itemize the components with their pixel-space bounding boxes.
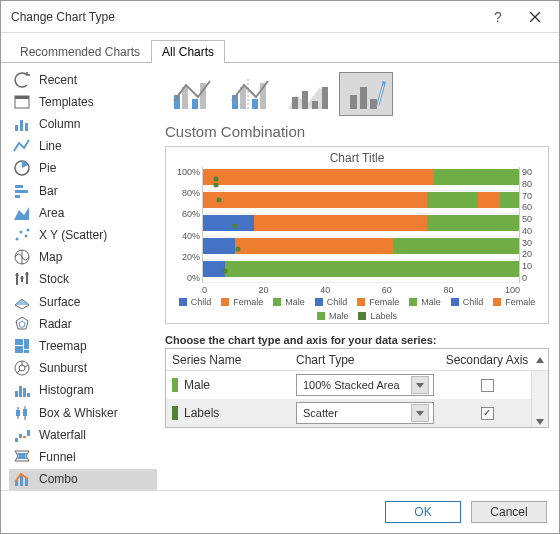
- svg-rect-45: [23, 409, 27, 416]
- category-icon: [13, 248, 31, 266]
- legend-item: Child: [179, 297, 212, 307]
- tab-all-charts[interactable]: All Charts: [151, 40, 225, 63]
- svg-rect-69: [350, 95, 357, 109]
- sidebar-item-area[interactable]: Area: [9, 202, 157, 223]
- category-icon: [13, 226, 31, 244]
- scrollbar[interactable]: [531, 371, 548, 427]
- sidebar-item-histogram[interactable]: Histogram: [9, 380, 157, 401]
- sidebar-item-templates[interactable]: Templates: [9, 91, 157, 112]
- svg-marker-73: [536, 357, 544, 363]
- sidebar-item-pie[interactable]: Pie: [9, 158, 157, 179]
- sidebar-item-label: Recent: [39, 73, 77, 87]
- sidebar-item-x-y-scatter-[interactable]: X Y (Scatter): [9, 224, 157, 245]
- svg-point-13: [16, 238, 19, 241]
- subtype-title: Custom Combination: [165, 123, 549, 140]
- sidebar-item-label: Surface: [39, 295, 80, 309]
- sidebar-item-label: Histogram: [39, 383, 94, 397]
- legend-item: Male: [273, 297, 305, 307]
- series-name: Labels: [184, 406, 219, 420]
- header-secondary-axis: Secondary Axis: [443, 353, 531, 367]
- legend-item: Child: [451, 297, 484, 307]
- svg-rect-29: [15, 339, 23, 345]
- sidebar-item-label: Sunburst: [39, 361, 87, 375]
- category-icon: [13, 337, 31, 355]
- sidebar-item-column[interactable]: Column: [9, 113, 157, 134]
- svg-rect-67: [312, 101, 318, 109]
- scroll-down-icon[interactable]: [536, 419, 544, 425]
- ok-button[interactable]: OK: [385, 501, 461, 523]
- sidebar-item-line[interactable]: Line: [9, 136, 157, 157]
- sidebar-item-radar[interactable]: Radar: [9, 313, 157, 334]
- chart-category-list: RecentTemplatesColumnLinePieBarAreaX Y (…: [9, 69, 157, 490]
- sidebar-item-treemap[interactable]: Treemap: [9, 335, 157, 356]
- svg-rect-9: [15, 185, 23, 188]
- sidebar-item-label: Pie: [39, 161, 56, 175]
- secondary-axis-checkbox[interactable]: [481, 407, 494, 420]
- sidebar-item-combo[interactable]: Combo: [9, 469, 157, 490]
- series-color-swatch: [172, 378, 178, 392]
- sidebar-item-stock[interactable]: Stock: [9, 269, 157, 290]
- header-chart-type: Chart Type: [296, 353, 443, 367]
- sidebar-item-surface[interactable]: Surface: [9, 291, 157, 312]
- legend-item: Child: [315, 297, 348, 307]
- category-icon: [13, 470, 31, 488]
- sidebar-item-funnel[interactable]: Funnel: [9, 446, 157, 467]
- svg-marker-74: [536, 419, 544, 425]
- series-row: Male100% Stacked Area: [166, 371, 531, 399]
- series-grid: Series Name Chart Type Secondary Axis Ma…: [165, 348, 549, 428]
- legend-item: Female: [221, 297, 263, 307]
- sidebar-item-label: Treemap: [39, 339, 87, 353]
- category-icon: [13, 293, 31, 311]
- sidebar-item-label: Combo: [39, 472, 78, 486]
- subtype-custom-combination[interactable]: [339, 72, 393, 116]
- subtype-clustered-column-line[interactable]: [165, 72, 219, 116]
- svg-point-14: [20, 231, 23, 234]
- svg-rect-70: [360, 87, 367, 109]
- main-panel: Custom Combination Chart Title 100%80%60…: [165, 69, 549, 490]
- sidebar-item-box-whisker[interactable]: Box & Whisker: [9, 402, 157, 423]
- legend-item: Labels: [358, 311, 397, 321]
- category-icon: [13, 381, 31, 399]
- sidebar-item-waterfall[interactable]: Waterfall: [9, 424, 157, 445]
- sidebar-item-label: X Y (Scatter): [39, 228, 107, 242]
- secondary-y-axis: 9080706050403020100: [520, 167, 540, 283]
- svg-line-37: [17, 370, 20, 373]
- cancel-button[interactable]: Cancel: [471, 501, 547, 523]
- svg-rect-10: [15, 190, 28, 193]
- category-icon: [13, 93, 31, 111]
- sidebar-item-bar[interactable]: Bar: [9, 180, 157, 201]
- sidebar-item-label: Box & Whisker: [39, 406, 118, 420]
- grid-header: Series Name Chart Type Secondary Axis: [166, 349, 548, 371]
- series-row: LabelsScatter: [166, 399, 531, 427]
- svg-rect-41: [27, 393, 30, 397]
- help-button[interactable]: ?: [481, 3, 517, 31]
- secondary-axis-checkbox[interactable]: [481, 379, 494, 392]
- chart-type-select[interactable]: Scatter: [296, 402, 434, 424]
- legend-item: Male: [409, 297, 441, 307]
- legend-item: Female: [357, 297, 399, 307]
- y-axis: 100%80%60%40%20%0%: [174, 167, 202, 283]
- chart-type-select[interactable]: 100% Stacked Area: [296, 374, 434, 396]
- sidebar-item-recent[interactable]: Recent: [9, 69, 157, 90]
- svg-marker-12: [14, 207, 29, 220]
- svg-rect-11: [15, 195, 20, 198]
- sidebar-item-label: Column: [39, 117, 80, 131]
- legend-item: Male: [317, 311, 349, 321]
- chart-preview[interactable]: Chart Title 100%80%60%40%20%0% 908070605…: [165, 146, 549, 324]
- subtype-clustered-column-line-secondary[interactable]: [223, 72, 277, 116]
- subtype-stacked-area-column[interactable]: [281, 72, 335, 116]
- sidebar-item-label: Stock: [39, 272, 69, 286]
- svg-rect-43: [16, 410, 20, 416]
- scroll-up-icon[interactable]: [531, 355, 548, 365]
- sidebar-item-map[interactable]: Map: [9, 247, 157, 268]
- category-icon: [13, 71, 31, 89]
- svg-rect-39: [19, 386, 22, 397]
- category-icon: [13, 426, 31, 444]
- header-series-name: Series Name: [166, 353, 296, 367]
- chevron-down-icon: [416, 383, 424, 388]
- svg-rect-6: [20, 120, 23, 131]
- sidebar-item-sunburst[interactable]: Sunburst: [9, 358, 157, 379]
- svg-rect-57: [192, 99, 198, 109]
- tab-recommended[interactable]: Recommended Charts: [9, 40, 151, 63]
- close-button[interactable]: [517, 3, 553, 31]
